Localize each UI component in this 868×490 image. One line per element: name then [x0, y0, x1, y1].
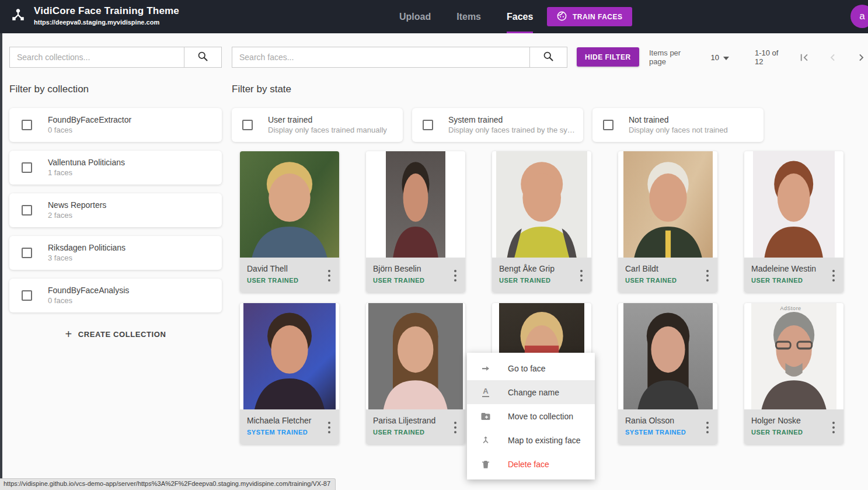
- face-context-menu: Go to face A Change name Move to collect…: [467, 353, 595, 479]
- train-faces-label: TRAIN FACES: [573, 13, 623, 21]
- app-header: VidiCore Face Training Theme https://dee…: [0, 0, 868, 33]
- face-card-footer: Madeleine Westin USER TRAINED: [744, 258, 843, 293]
- face-status-badge: SYSTEM TRAINED: [625, 429, 710, 436]
- user-avatar[interactable]: a: [850, 5, 868, 28]
- face-card[interactable]: Rania Olsson SYSTEM TRAINED: [618, 303, 717, 444]
- face-photo: [623, 303, 713, 409]
- face-card[interactable]: David Thell USER TRAINED: [240, 151, 339, 293]
- hide-filter-button[interactable]: HIDE FILTER: [577, 47, 639, 67]
- collection-count: 0 faces: [48, 296, 129, 305]
- menu-item-map-to-existing-face[interactable]: Map to existing face: [467, 428, 595, 452]
- device-hub-icon: [11, 7, 26, 25]
- search-collections-button[interactable]: [184, 47, 221, 67]
- kebab-vertical-icon[interactable]: [827, 420, 840, 435]
- menu-item-label: Delete face: [508, 460, 549, 469]
- kebab-vertical-icon[interactable]: [449, 420, 462, 435]
- face-card-footer: Holger Noske USER TRAINED: [744, 409, 843, 444]
- state-description: Display only faces trained manually: [268, 126, 387, 135]
- face-name: Parisa Liljestrand: [373, 416, 458, 425]
- app-title: VidiCore Face Training Theme: [34, 5, 179, 17]
- kebab-vertical-icon[interactable]: [449, 268, 462, 283]
- state-checkbox[interactable]: [603, 120, 613, 130]
- collection-checkbox[interactable]: [22, 290, 32, 301]
- state-checkbox[interactable]: [242, 120, 253, 130]
- collection-checkbox[interactable]: [22, 205, 32, 216]
- kebab-vertical-icon[interactable]: [701, 268, 714, 283]
- kebab-vertical-icon[interactable]: [575, 268, 588, 283]
- face-name: Rania Olsson: [625, 416, 710, 425]
- state-name: User trained: [268, 114, 387, 125]
- face-status-badge: USER TRAINED: [751, 429, 836, 436]
- search-faces-button[interactable]: [529, 47, 567, 67]
- plus-icon: +: [65, 328, 72, 340]
- state-card-user-trained[interactable]: User trained Display only faces trained …: [232, 108, 403, 142]
- face-status-badge: USER TRAINED: [625, 277, 710, 284]
- first-page-icon[interactable]: [797, 51, 811, 64]
- pagination-bar: Items per page 10 1-10 of 12: [649, 47, 868, 68]
- train-faces-button[interactable]: TRAIN FACES: [547, 7, 632, 26]
- menu-item-delete-face[interactable]: Delete face: [467, 452, 595, 476]
- face-card-footer: Bengt Åke Grip USER TRAINED: [492, 258, 591, 293]
- face-card-footer: Björn Beselin USER TRAINED: [366, 258, 465, 293]
- face-card[interactable]: Björn Beselin USER TRAINED: [366, 151, 465, 293]
- face-name: David Thell: [247, 264, 332, 273]
- main-nav: Upload Items Faces: [399, 0, 533, 33]
- app-url: https://deepva0.staging.myvidispine.com: [34, 19, 179, 26]
- chevron-left-icon[interactable]: [826, 51, 839, 64]
- kebab-vertical-icon[interactable]: [827, 268, 840, 283]
- avatar-letter: a: [859, 11, 864, 22]
- search-faces-input[interactable]: [232, 47, 529, 67]
- kebab-vertical-icon[interactable]: [701, 420, 714, 435]
- filter-by-state-heading: Filter by state: [232, 84, 852, 95]
- filter-by-collection-panel: Filter by collection FoundByFaceExtracto…: [9, 84, 222, 340]
- nav-tab-faces[interactable]: Faces: [507, 0, 533, 33]
- collection-checkbox[interactable]: [22, 120, 32, 130]
- face-card[interactable]: Parisa Liljestrand USER TRAINED: [366, 303, 465, 444]
- collection-card[interactable]: FoundByFaceAnalysis 0 faces: [9, 279, 222, 312]
- menu-item-move-to-collection[interactable]: Move to collection: [467, 404, 595, 428]
- folder-plus-icon: [479, 411, 493, 422]
- nav-tab-upload[interactable]: Upload: [399, 0, 431, 33]
- face-card-footer: Michaela Fletcher SYSTEM TRAINED: [240, 409, 339, 444]
- menu-item-label: Change name: [508, 388, 559, 397]
- create-collection-button[interactable]: + CREATE COLLECTION: [61, 328, 169, 340]
- face-name: Michaela Fletcher: [247, 416, 332, 425]
- filter-by-collection-heading: Filter by collection: [9, 84, 222, 95]
- collection-checkbox[interactable]: [22, 162, 32, 173]
- state-card-not-trained[interactable]: Not trained Display only faces not train…: [592, 108, 764, 142]
- face-card[interactable]: Michaela Fletcher SYSTEM TRAINED: [240, 303, 339, 444]
- kebab-vertical-icon[interactable]: [323, 268, 336, 283]
- state-checkbox[interactable]: [423, 120, 433, 130]
- collection-card[interactable]: FoundByFaceExtractor 0 faces: [9, 108, 222, 142]
- kebab-vertical-icon[interactable]: [323, 420, 336, 435]
- collection-card[interactable]: News Reporters 2 faces: [9, 193, 222, 227]
- face-name: Holger Noske: [751, 416, 836, 425]
- face-card-footer: Parisa Liljestrand USER TRAINED: [366, 409, 465, 444]
- face-status-badge: USER TRAINED: [247, 277, 332, 284]
- menu-item-change-name[interactable]: A Change name: [467, 380, 595, 404]
- face-card[interactable]: Bengt Åke Grip USER TRAINED: [492, 151, 591, 293]
- menu-item-go-to-face[interactable]: Go to face: [467, 356, 595, 380]
- collection-card[interactable]: Vallentuna Politicians 1 faces: [9, 151, 222, 185]
- collection-count: 1 faces: [48, 168, 125, 178]
- state-name: Not trained: [629, 114, 728, 125]
- face-photo: AdStore: [751, 303, 836, 409]
- face-status-badge: USER TRAINED: [499, 277, 584, 284]
- collection-name: Riksdagen Politicians: [48, 243, 126, 253]
- collection-name: FoundByFaceAnalysis: [48, 286, 129, 296]
- face-card[interactable]: Carl Bildt USER TRAINED: [618, 151, 717, 293]
- face-card[interactable]: AdStore Holger Noske USER TRAINED: [744, 303, 843, 444]
- face-status-badge: USER TRAINED: [373, 429, 458, 436]
- face-card[interactable]: Madeleine Westin USER TRAINED: [744, 151, 843, 293]
- state-description: Display only faces trained by the syst..…: [448, 126, 577, 135]
- search-collections-input[interactable]: [10, 47, 184, 67]
- collection-checkbox[interactable]: [22, 248, 32, 258]
- items-per-page-label: Items per page: [649, 48, 697, 66]
- collection-card[interactable]: Riksdagen Politicians 3 faces: [9, 236, 222, 270]
- items-per-page-select[interactable]: 10: [711, 53, 729, 62]
- create-collection-label: CREATE COLLECTION: [78, 330, 166, 339]
- state-card-system-trained[interactable]: System trained Display only faces traine…: [412, 108, 583, 142]
- nav-tab-items[interactable]: Items: [456, 0, 481, 33]
- chevron-right-icon[interactable]: [855, 51, 868, 64]
- face-photo: [496, 151, 587, 258]
